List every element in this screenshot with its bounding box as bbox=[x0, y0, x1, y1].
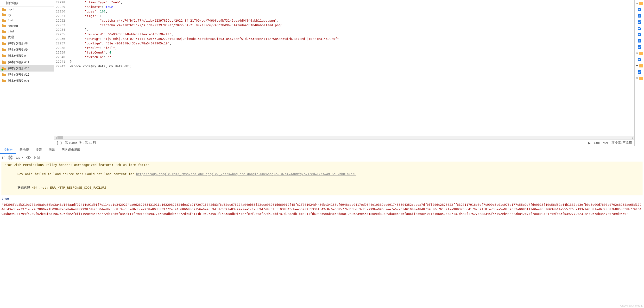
new-snippet-label: 新代码段 bbox=[6, 1, 18, 5]
sidebar-item[interactable]: second bbox=[0, 23, 54, 28]
sidebar-item-label: 脚本代码段 #10 bbox=[8, 54, 29, 58]
sidebar-item[interactable]: 脚本代码段 #14 bbox=[0, 65, 54, 72]
drawer-tab[interactable]: 问题 bbox=[45, 146, 58, 154]
sidebar-item[interactable]: 脚本代码段 #8 bbox=[0, 40, 54, 47]
drawer-tab[interactable]: 控制台 bbox=[0, 146, 16, 154]
source-map-link[interactable]: https://ogs.google.com/_/mss/boq-one-goo… bbox=[136, 172, 356, 176]
snippet-file-icon bbox=[2, 79, 6, 83]
snippet-file-icon bbox=[2, 54, 6, 58]
snippet-file-icon bbox=[2, 67, 6, 70]
play-icon[interactable]: ▶ bbox=[588, 141, 590, 145]
rail-checkbox-8[interactable] bbox=[638, 58, 641, 61]
chevron-down-icon[interactable] bbox=[636, 78, 638, 79]
sidebar-item-label: second bbox=[8, 24, 18, 28]
drawer-tab[interactable]: 新功能 bbox=[16, 146, 32, 154]
svg-point-2 bbox=[28, 157, 29, 158]
rail-checkbox-5[interactable] bbox=[638, 33, 641, 36]
snippet-file-icon bbox=[2, 19, 6, 22]
scroll-right-icon[interactable]: ▸ bbox=[631, 136, 634, 140]
coverage-label: 覆盖率: bbox=[612, 141, 622, 145]
sidebar-item[interactable]: third bbox=[0, 28, 54, 34]
sidebar-item-label: dy bbox=[8, 13, 11, 16]
context-value: top bbox=[16, 156, 20, 159]
chevron-down-icon[interactable] bbox=[636, 53, 638, 54]
sidebar-item[interactable]: 代理 bbox=[0, 34, 54, 40]
js-badge-icon bbox=[639, 52, 643, 55]
filter-input[interactable] bbox=[34, 156, 642, 159]
rail-checkbox-6[interactable] bbox=[638, 39, 641, 42]
editor-status-bar: { } 第 10885 行，第 31 列 ▶ Ctrl+Enter 覆盖率: 不… bbox=[54, 140, 634, 146]
rail-checkbox-1[interactable] bbox=[638, 8, 641, 11]
sidebar-item-label: 代理 bbox=[8, 35, 14, 39]
console-toolbar: ▮▯ top ▼ bbox=[0, 154, 644, 161]
context-selector[interactable]: top ▼ bbox=[16, 156, 23, 159]
snippet-file-icon bbox=[2, 73, 6, 76]
snippets-sidebar: + 新代码段 _gctdyfristsecondthird代理脚本代码段 #8脚… bbox=[0, 0, 54, 146]
snippet-list: _gctdyfristsecondthird代理脚本代码段 #8脚本代码段 #9… bbox=[0, 6, 54, 146]
scroll-track[interactable] bbox=[58, 136, 631, 139]
code-area[interactable]: "clientType": "web", "animate": true, "q… bbox=[68, 0, 634, 136]
sidebar-item[interactable]: _gct bbox=[0, 6, 54, 12]
pretty-print-icon[interactable]: { } bbox=[56, 141, 62, 145]
sidebar-item-label: 脚本代码段 #15 bbox=[8, 72, 29, 77]
horizontal-scrollbar[interactable]: ◂ ▸ bbox=[54, 136, 634, 140]
coverage-value: 不适用 bbox=[622, 141, 632, 145]
snippet-file-icon bbox=[2, 8, 6, 11]
plus-icon: + bbox=[2, 1, 4, 5]
sidebar-item-label: frist bbox=[8, 18, 13, 22]
sidebar-item[interactable]: 脚本代码段 #10 bbox=[0, 53, 54, 59]
scroll-thumb[interactable] bbox=[58, 136, 63, 139]
sidebar-item-label: _gct bbox=[8, 7, 14, 11]
code-editor[interactable]: 2292822929229302293122932229332293422935… bbox=[54, 0, 634, 136]
console-result: '16396fcb8b210e778a08a0a60be3a43d104aadf… bbox=[2, 202, 642, 216]
rail-checkbox-2[interactable] bbox=[638, 14, 641, 17]
console-warning-detail: 状态代码 404，net::ERR_HTTP_RESPONSE_CODE_FAI… bbox=[2, 181, 642, 194]
scroll-left-icon[interactable]: ◂ bbox=[54, 136, 58, 140]
sidebar-item[interactable]: frist bbox=[0, 17, 54, 23]
js-badge-icon bbox=[639, 64, 643, 67]
sidebar-item-label: third bbox=[8, 29, 14, 33]
chevron-down-icon[interactable] bbox=[636, 65, 638, 66]
rail-checkbox-7[interactable] bbox=[638, 45, 641, 49]
console-output[interactable]: Error with Permissions-Policy header: Un… bbox=[0, 161, 644, 308]
sidebar-item[interactable]: 脚本代码段 #21 bbox=[0, 78, 54, 84]
svg-line-1 bbox=[10, 157, 12, 158]
console-warning: Error with Permissions-Policy header: Un… bbox=[2, 162, 642, 167]
console-result: true bbox=[2, 196, 642, 201]
sidebar-item-label: 脚本代码段 #11 bbox=[8, 60, 29, 64]
sidebar-item[interactable]: 脚本代码段 #11 bbox=[0, 59, 54, 65]
snippet-file-icon bbox=[2, 60, 6, 64]
live-expression-button[interactable] bbox=[26, 156, 31, 159]
js-badge-icon bbox=[639, 77, 643, 80]
clear-console-button[interactable] bbox=[8, 155, 13, 160]
sidebar-item[interactable]: 脚本代码段 #15 bbox=[0, 72, 54, 78]
rail-checkbox-4[interactable] bbox=[638, 27, 641, 30]
new-snippet-button[interactable]: + 新代码段 bbox=[0, 0, 54, 6]
snippet-file-icon bbox=[2, 42, 6, 45]
sidebar-item[interactable]: 脚本代码段 #9 bbox=[0, 47, 54, 53]
drawer-tab[interactable]: 搜索 bbox=[32, 146, 45, 154]
cursor-position: 第 10885 行，第 31 列 bbox=[65, 141, 96, 145]
snippet-file-icon bbox=[2, 35, 6, 39]
chevron-down-icon: ▼ bbox=[21, 156, 23, 159]
watermark: CSDN @Charles-L bbox=[620, 304, 642, 307]
console-warning: DevTools failed to load source map: Coul… bbox=[2, 167, 642, 181]
line-gutter: 2292822929229302293122932229332293422935… bbox=[54, 0, 68, 136]
sidebar-item-label: 脚本代码段 #9 bbox=[8, 47, 28, 52]
sidebar-item-label: 脚本代码段 #14 bbox=[8, 66, 29, 71]
snippet-file-icon bbox=[2, 30, 6, 33]
js-badge-icon bbox=[639, 2, 643, 5]
editor-pane: 2292822929229302293122932229332293422935… bbox=[54, 0, 634, 146]
sidebar-item-label: 脚本代码段 #21 bbox=[8, 79, 29, 83]
side-panel-icon[interactable]: ▮▯ bbox=[2, 156, 5, 159]
right-rail bbox=[634, 0, 644, 146]
snippet-file-icon bbox=[2, 24, 6, 28]
rail-checkbox-9[interactable] bbox=[638, 70, 641, 74]
sidebar-item-label: 脚本代码段 #8 bbox=[8, 41, 28, 46]
rail-checkbox-3[interactable] bbox=[638, 20, 641, 24]
chevron-down-icon[interactable] bbox=[636, 3, 638, 4]
snippet-file-icon bbox=[2, 13, 6, 16]
sidebar-item[interactable]: dy bbox=[0, 12, 54, 17]
snippet-file-icon bbox=[2, 48, 6, 51]
drawer-tab[interactable]: 网络请求屏蔽 bbox=[58, 146, 84, 154]
